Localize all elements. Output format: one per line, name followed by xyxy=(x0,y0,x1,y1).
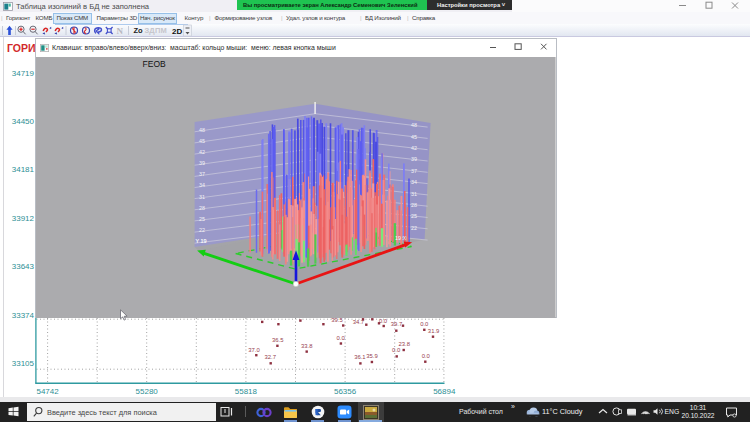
svg-text:33.8: 33.8 xyxy=(301,343,313,349)
svg-text:37: 37 xyxy=(199,171,205,177)
svg-text:34: 34 xyxy=(199,182,205,188)
svg-text:FEOB: FEOB xyxy=(143,59,166,69)
svg-text:34181: 34181 xyxy=(12,165,35,174)
svg-text:Y 19: Y 19 xyxy=(196,238,207,244)
svg-text:31: 31 xyxy=(199,193,205,199)
svg-text:22: 22 xyxy=(199,227,205,233)
svg-text:54742: 54742 xyxy=(36,387,59,396)
svg-text:48: 48 xyxy=(411,122,417,128)
svg-text:0.0: 0.0 xyxy=(379,318,388,324)
svg-text:34: 34 xyxy=(411,179,417,185)
svg-text:39: 39 xyxy=(199,160,205,166)
svg-text:33912: 33912 xyxy=(12,214,35,223)
svg-text:34.7: 34.7 xyxy=(353,319,364,325)
svg-text:42: 42 xyxy=(199,149,205,155)
svg-text:36.1: 36.1 xyxy=(354,354,365,360)
svg-text:34719: 34719 xyxy=(12,69,35,78)
svg-text:42: 42 xyxy=(411,145,417,151)
svg-text:55818: 55818 xyxy=(235,387,258,396)
svg-text:0.0: 0.0 xyxy=(420,321,429,327)
svg-text:55280: 55280 xyxy=(136,387,159,396)
svg-text:33105: 33105 xyxy=(12,359,35,368)
svg-text:37.0: 37.0 xyxy=(248,347,260,353)
svg-text:0.0: 0.0 xyxy=(422,353,431,359)
svg-text:39.7: 39.7 xyxy=(391,321,402,327)
svg-text:0.0: 0.0 xyxy=(337,335,346,341)
svg-text:22: 22 xyxy=(411,224,417,230)
svg-text:35.9: 35.9 xyxy=(366,353,377,359)
svg-text:23.8: 23.8 xyxy=(399,341,411,347)
svg-text:25: 25 xyxy=(199,215,205,221)
svg-text:31.9: 31.9 xyxy=(428,328,439,334)
svg-text:56894: 56894 xyxy=(433,387,456,396)
svg-text:28: 28 xyxy=(199,204,205,210)
svg-text:36.5: 36.5 xyxy=(272,337,284,343)
svg-text:28: 28 xyxy=(411,202,417,208)
svg-text:19 X: 19 X xyxy=(395,234,406,240)
svg-text:45: 45 xyxy=(199,137,205,143)
svg-text:31: 31 xyxy=(411,190,417,196)
svg-text:45: 45 xyxy=(411,133,417,139)
svg-text:56356: 56356 xyxy=(334,387,357,396)
svg-text:33374: 33374 xyxy=(12,311,35,320)
svg-text:25: 25 xyxy=(411,213,417,219)
svg-text:48: 48 xyxy=(199,126,205,132)
svg-text:0.0: 0.0 xyxy=(392,347,401,353)
svg-text:32.7: 32.7 xyxy=(264,354,275,360)
svg-text:37: 37 xyxy=(411,167,417,173)
svg-text:39: 39 xyxy=(411,156,417,162)
svg-text:33643: 33643 xyxy=(12,262,35,271)
svg-text:34450: 34450 xyxy=(12,117,35,126)
